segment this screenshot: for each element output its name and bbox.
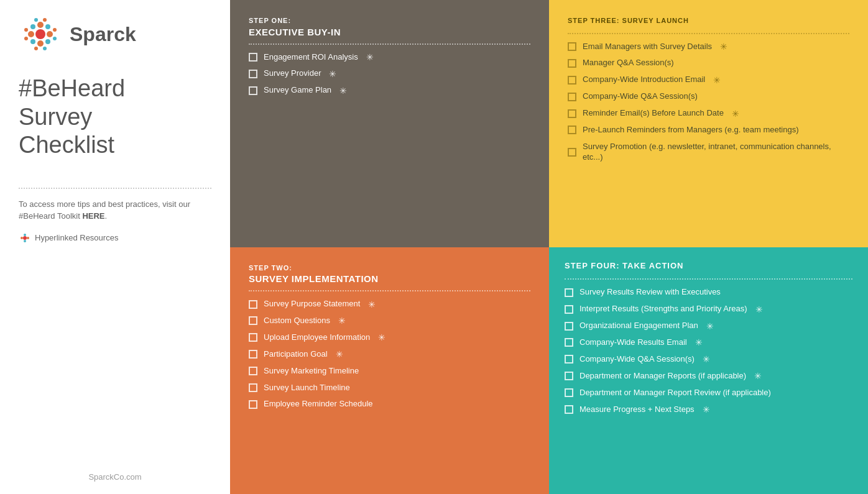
- step-two-title: SURVEY IMPLEMENTATION: [249, 273, 530, 284]
- item-label: Department or Manager Reports (if applic…: [579, 371, 746, 382]
- asterisk-icon: ✳: [713, 75, 721, 85]
- checkbox[interactable]: [249, 383, 257, 392]
- item-label: Reminder Email(s) Before Launch Date: [583, 108, 724, 119]
- logo-area: Sparck: [19, 12, 211, 56]
- checkbox[interactable]: [249, 333, 257, 342]
- checkbox[interactable]: [568, 126, 576, 134]
- svg-point-13: [34, 18, 38, 22]
- list-item: Survey Game Plan✳: [249, 85, 530, 96]
- step-two-divider: [249, 290, 530, 291]
- checkbox[interactable]: [568, 42, 576, 51]
- list-item: Measure Progress + Next Steps✳: [565, 405, 852, 415]
- svg-point-15: [34, 47, 38, 50]
- list-item: Department or Manager Report Review (if …: [565, 388, 852, 398]
- list-item: Survey Provider✳: [249, 68, 530, 79]
- checkbox[interactable]: [565, 355, 573, 364]
- checkbox[interactable]: [249, 367, 257, 375]
- right-panels: STEP ONE: EXECUTIVE BUY-IN Engagement RO…: [230, 0, 868, 494]
- svg-point-5: [30, 24, 35, 29]
- asterisk-icon: ✳: [329, 69, 336, 79]
- asterisk-icon: ✳: [703, 405, 710, 414]
- list-item: Survey Purpose Statement✳: [249, 299, 530, 309]
- here-link[interactable]: HERE: [82, 211, 104, 221]
- list-item: Participation Goal✳: [249, 349, 530, 360]
- step-one-panel: STEP ONE: EXECUTIVE BUY-IN Engagement RO…: [230, 0, 549, 247]
- step-four-items: Survey Results Review with ExecutivesInt…: [565, 287, 852, 414]
- checkbox[interactable]: [565, 405, 573, 414]
- item-label: Measure Progress + Next Steps: [579, 405, 695, 415]
- step-two-panel: STEP TWO: SURVEY IMPLEMENTATION Survey P…: [230, 247, 549, 495]
- item-label: Organizational Engagement Plan: [579, 321, 698, 331]
- item-label: Company-Wide Q&A Session(s): [583, 91, 698, 102]
- step-one-label: STEP ONE:: [249, 16, 530, 27]
- svg-point-20: [24, 234, 26, 236]
- item-label: Company-Wide Q&A Session(s): [579, 354, 695, 365]
- step-four-divider: [565, 278, 852, 280]
- asterisk-icon: ✳: [754, 371, 762, 381]
- item-label: Upload Employee Information: [264, 332, 370, 343]
- checkbox[interactable]: [565, 372, 573, 380]
- sparck-mini-icon: [19, 232, 31, 244]
- checkbox[interactable]: [249, 86, 257, 95]
- checkbox[interactable]: [249, 300, 257, 309]
- svg-point-21: [24, 240, 26, 242]
- item-label: Pre-Launch Reminders from Managers (e.g.…: [583, 125, 799, 135]
- hyperlink-resources-row[interactable]: Hyperlinked Resources: [19, 232, 211, 244]
- left-panel: Sparck #BeHeard Survey Checklist To acce…: [0, 0, 230, 494]
- list-item: Department or Manager Reports (if applic…: [565, 371, 852, 382]
- list-item: Survey Promotion (e.g. newsletter, intra…: [568, 142, 849, 163]
- item-label: Custom Questions: [264, 316, 330, 326]
- checkbox[interactable]: [249, 316, 257, 325]
- checkbox[interactable]: [568, 76, 576, 85]
- svg-point-18: [21, 237, 23, 239]
- step-two-items: Survey Purpose Statement✳Custom Question…: [249, 299, 530, 409]
- list-item: Engagement ROI Analysis✳: [249, 52, 530, 63]
- list-item: Survey Launch Timeline: [249, 383, 530, 393]
- step-four-label: STEP FOUR: TAKE ACTION: [565, 260, 852, 273]
- list-item: Upload Employee Information✳: [249, 332, 530, 343]
- step-four-panel: STEP FOUR: TAKE ACTION Survey Results Re…: [549, 247, 868, 495]
- checkbox[interactable]: [565, 338, 573, 347]
- list-item: Custom Questions✳: [249, 316, 530, 326]
- checkbox[interactable]: [568, 148, 576, 157]
- list-item: Organizational Engagement Plan✳: [565, 321, 852, 331]
- svg-point-11: [53, 28, 57, 32]
- checkbox[interactable]: [568, 59, 576, 68]
- svg-point-3: [37, 22, 44, 28]
- asterisk-icon: ✳: [366, 52, 374, 62]
- website-text: SparckCo.com: [0, 472, 230, 482]
- svg-point-9: [24, 28, 28, 32]
- list-item: Survey Marketing Timeline: [249, 366, 530, 377]
- checkbox[interactable]: [568, 109, 576, 118]
- list-item: Company-Wide Q&A Session(s)✳: [565, 354, 852, 365]
- svg-point-2: [47, 31, 53, 37]
- item-label: Company-Wide Results Email: [579, 337, 687, 348]
- checkbox[interactable]: [249, 70, 257, 78]
- step-one-divider: [249, 43, 530, 45]
- checkbox[interactable]: [565, 288, 573, 297]
- svg-point-8: [45, 39, 50, 44]
- checkbox[interactable]: [249, 400, 257, 409]
- checklist-title: #BeHeard Survey Checklist: [19, 75, 211, 160]
- checkbox[interactable]: [565, 322, 573, 331]
- svg-point-17: [23, 236, 27, 240]
- svg-point-1: [28, 31, 34, 37]
- step-three-items: Email Managers with Survey Details✳Manag…: [568, 42, 849, 163]
- checkbox[interactable]: [249, 53, 257, 62]
- checkbox[interactable]: [565, 388, 573, 397]
- checkbox[interactable]: [568, 93, 576, 101]
- asterisk-icon: ✳: [732, 109, 739, 119]
- item-label: Email Managers with Survey Details: [583, 42, 712, 52]
- svg-point-19: [27, 237, 29, 239]
- step-one-title: EXECUTIVE BUY-IN: [249, 27, 530, 37]
- list-item: Company-Wide Q&A Session(s): [568, 91, 849, 102]
- divider: [19, 188, 211, 189]
- asterisk-icon: ✳: [339, 86, 347, 96]
- list-item: Email Managers with Survey Details✳: [568, 42, 849, 52]
- item-label: Survey Results Review with Executives: [579, 287, 721, 298]
- checkbox[interactable]: [249, 350, 257, 359]
- step-three-divider: [568, 33, 849, 34]
- asterisk-icon: ✳: [755, 304, 763, 314]
- checkbox[interactable]: [565, 305, 573, 314]
- asterisk-icon: ✳: [706, 321, 714, 331]
